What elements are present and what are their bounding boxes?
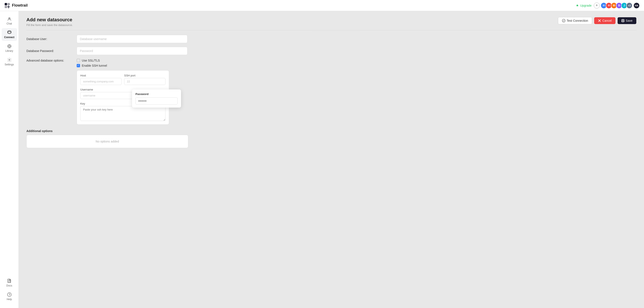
db-user-input[interactable] <box>77 35 188 43</box>
ssh-key-textarea[interactable] <box>80 106 166 121</box>
ssh-host-field: Host <box>80 74 122 85</box>
save-icon <box>622 19 624 22</box>
ssh-host-input[interactable] <box>80 78 122 85</box>
ssh-port-input[interactable] <box>124 78 166 85</box>
ssh-checkbox[interactable] <box>77 64 80 67</box>
db-user-row: Database User: <box>26 35 636 43</box>
db-password-input[interactable] <box>77 47 188 55</box>
db-user-label: Database User: <box>26 37 73 41</box>
add-button[interactable]: + <box>594 2 600 8</box>
sidebar-item-connect[interactable]: Connect <box>2 28 17 41</box>
additional-options-box: No options added <box>26 135 188 148</box>
svg-rect-20 <box>622 20 624 20</box>
additional-section: Additional options No options added <box>26 129 636 148</box>
main-layout: Chat Connect Library <box>0 11 644 308</box>
avatar-current-user: HA <box>633 2 640 9</box>
svg-rect-0 <box>5 3 7 5</box>
password-popup: Password <box>132 90 181 108</box>
page-subtitle: Fill the form and save the datasource. <box>26 24 73 27</box>
ssh-port-label: SSH port <box>124 74 166 77</box>
svg-point-12 <box>9 59 10 60</box>
form-section: Database User: Database Password: Advanc… <box>26 35 636 148</box>
ssh-checkbox-item[interactable]: Enable SSH tunnel <box>77 64 169 67</box>
ssh-label: Enable SSH tunnel <box>82 64 107 67</box>
advanced-options-content: Use SSL/TLS Enable SSH tunnel <box>77 59 169 124</box>
advanced-options-row: Advanced database options: Use SSL/TLS E… <box>26 59 636 124</box>
ssl-checkbox-item[interactable]: Use SSL/TLS <box>77 59 169 62</box>
upgrade-icon <box>576 4 579 7</box>
svg-point-7 <box>8 45 10 47</box>
app-logo: Flowtrail <box>4 2 28 8</box>
avatar-stack: H H M B J +3 <box>602 2 632 9</box>
test-connection-button[interactable]: Test Connection <box>558 17 592 24</box>
svg-rect-21 <box>622 21 624 22</box>
db-password-row: Database Password: <box>26 47 636 55</box>
sidebar-item-settings[interactable]: Settings <box>2 56 17 68</box>
app-name: Flowtrail <box>12 3 28 8</box>
svg-rect-1 <box>8 3 10 5</box>
upgrade-button[interactable]: Upgrade <box>576 4 592 7</box>
topbar: Flowtrail Upgrade + H H M B J +3 HA <box>0 0 644 11</box>
page-header-text: Add new datasource Fill the form and sav… <box>26 17 73 27</box>
sidebar: Chat Connect Library <box>0 11 19 308</box>
logo-icon <box>4 2 10 8</box>
main-content: Add new datasource Fill the form and sav… <box>19 11 644 308</box>
avatar-more: +3 <box>626 2 632 9</box>
page-header: Add new datasource Fill the form and sav… <box>26 17 636 27</box>
header-divider <box>26 30 636 30</box>
connect-icon <box>7 30 12 35</box>
settings-icon <box>7 58 12 62</box>
sidebar-item-chat[interactable]: Chat <box>2 14 17 27</box>
page-title: Add new datasource <box>26 17 73 22</box>
header-actions: Test Connection Cancel Save <box>558 17 636 24</box>
ssh-host-row: Host SSH port <box>80 74 166 85</box>
cancel-icon <box>598 19 601 22</box>
svg-point-4 <box>9 18 10 19</box>
ssl-checkbox[interactable] <box>77 59 80 62</box>
ssh-password-input[interactable] <box>136 97 178 104</box>
test-icon <box>562 19 566 22</box>
library-icon <box>7 44 12 48</box>
chat-icon <box>7 16 12 21</box>
sidebar-item-docs[interactable]: Docs <box>2 276 17 289</box>
ssh-host-label: Host <box>80 74 122 77</box>
docs-icon <box>7 278 12 283</box>
additional-empty-text: No options added <box>96 140 119 143</box>
db-password-label: Database Password: <box>26 49 73 52</box>
svg-point-14 <box>7 293 11 296</box>
topbar-right: Upgrade + H H M B J +3 HA <box>576 2 640 9</box>
help-icon <box>7 292 12 297</box>
checkbox-group: Use SSL/TLS Enable SSH tunnel <box>77 59 169 67</box>
additional-options-label: Additional options <box>26 129 636 133</box>
ssh-port-field: SSH port <box>124 74 166 85</box>
password-popup-label: Password <box>136 92 178 96</box>
ssl-label: Use SSL/TLS <box>82 59 100 62</box>
save-button[interactable]: Save <box>618 17 636 24</box>
sidebar-item-library[interactable]: Library <box>2 42 17 54</box>
sidebar-item-help[interactable]: Help <box>2 290 17 303</box>
cancel-button[interactable]: Cancel <box>594 17 616 24</box>
svg-rect-2 <box>5 6 7 8</box>
advanced-label: Advanced database options: <box>26 59 73 62</box>
